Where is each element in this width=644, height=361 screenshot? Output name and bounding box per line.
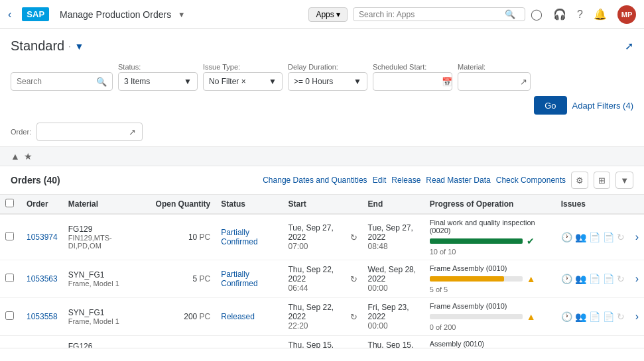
expand-icon-button[interactable]: ▼ <box>615 172 633 189</box>
col-order: Order <box>21 195 63 214</box>
material-input[interactable] <box>464 77 520 86</box>
row-nav-arrow[interactable]: › <box>635 231 639 242</box>
order-id-link[interactable]: 1053558 <box>27 312 58 321</box>
row-nav-arrow[interactable]: › <box>635 311 639 322</box>
issue-type-value: No Filter × <box>209 77 246 86</box>
progress-operation-label: Frame Assembly (0010) <box>430 264 550 272</box>
nav-title-chevron[interactable]: ▼ <box>178 11 185 19</box>
material-filter: Material: ↗ <box>458 63 531 91</box>
issue-clock-icon[interactable]: 🕐 <box>561 232 572 242</box>
table-header-row: Orders (40) Change Dates and Quantities … <box>0 166 644 195</box>
calendar-icon[interactable]: 📅 <box>442 77 452 87</box>
issue-people-icon[interactable]: 👥 <box>575 274 586 284</box>
check-components-button[interactable]: Check Components <box>496 176 566 185</box>
global-search-input[interactable] <box>359 10 505 19</box>
select-all-checkbox[interactable] <box>5 199 14 207</box>
adapt-filters-button[interactable]: Adapt Filters (4) <box>572 101 633 111</box>
apps-button[interactable]: Apps ▾ <box>308 7 348 22</box>
issue-doc1-icon[interactable]: 📄 <box>589 232 600 242</box>
status-cell: Partially Confirmed <box>216 260 283 298</box>
table-title: Orders (40) <box>11 175 60 185</box>
open-qty-cell: 200 PC <box>151 298 216 336</box>
material-sub: Frame, Model 1 <box>68 317 145 325</box>
search-input[interactable] <box>17 77 96 86</box>
order-id-link[interactable]: 1053974 <box>27 232 58 242</box>
share-icon[interactable]: ➚ <box>625 40 633 52</box>
status-cell: Released <box>216 298 283 336</box>
table-actions: Change Dates and Quantities Edit Release… <box>263 172 633 189</box>
progress-operation-label: Frame Assembly (0010) <box>430 302 550 310</box>
page-header: Standard · ▼ ➚ 🔍 Status: 3 Items ▼ Issue… <box>0 29 644 147</box>
collapse-icon[interactable]: ▲ <box>11 151 20 162</box>
issue-doc2-icon[interactable]: 📄 <box>603 311 614 322</box>
issue-type-chevron-icon: ▼ <box>269 77 277 86</box>
edit-button[interactable]: Edit <box>373 176 387 185</box>
table-row: 1053974 FG129 FIN129,MTS-DI,PD,OM 10 PC … <box>0 214 644 260</box>
order-input[interactable] <box>42 127 129 136</box>
user-avatar[interactable]: MP <box>617 5 636 24</box>
material-sub: Frame, Model 1 <box>68 280 145 287</box>
bell-icon[interactable]: 🔔 <box>594 8 607 21</box>
issue-clock-icon[interactable]: 🕐 <box>561 311 572 322</box>
delay-chevron-icon: ▼ <box>354 77 361 86</box>
export-icon-button[interactable]: ⊞ <box>594 172 610 189</box>
orders-table: Order Material Open Quantity Status Star… <box>0 195 644 361</box>
nav-title: Manage Production Orders <box>60 9 171 20</box>
issue-type-select[interactable]: No Filter × ▼ <box>203 72 283 91</box>
issue-doc2-icon[interactable]: 📄 <box>603 274 614 284</box>
page-title-dropdown[interactable]: ▼ <box>75 41 84 52</box>
status-chevron-icon: ▼ <box>184 77 192 86</box>
issue-doc2-icon[interactable]: 📄 <box>603 232 614 242</box>
status-label: Status: <box>118 63 198 71</box>
material-sub: FIN129,MTS-DI,PD,OM <box>68 234 145 250</box>
col-status: Status <box>216 195 283 214</box>
issue-clock-icon[interactable]: 🕐 <box>561 274 572 284</box>
issue-people-icon[interactable]: 👥 <box>575 311 586 322</box>
top-navigation: ‹ SAP Manage Production Orders ▼ Apps ▾ … <box>0 0 644 29</box>
row-checkbox[interactable] <box>5 232 14 240</box>
global-search: 🔍 <box>353 7 525 21</box>
issue-doc1-icon[interactable]: 📄 <box>589 311 600 322</box>
issue-refresh-icon[interactable]: ↻ <box>617 232 625 242</box>
search-field: 🔍 <box>11 72 113 91</box>
read-master-data-button[interactable]: Read Master Data <box>426 176 490 185</box>
sync-icon-cell: ↻ <box>345 298 363 336</box>
help-icon[interactable]: ? <box>577 9 583 21</box>
filter-actions: Go Adapt Filters (4) <box>534 96 633 115</box>
go-button[interactable]: Go <box>534 96 566 115</box>
material-expand-icon[interactable]: ↗ <box>520 77 527 87</box>
table-row: 1053563 SYN_FG1 Frame, Model 1 5 PC Part… <box>0 260 644 298</box>
back-button[interactable]: ‹ <box>8 9 11 21</box>
status-filter: Status: 3 Items ▼ <box>118 63 198 91</box>
delay-select[interactable]: >= 0 Hours ▼ <box>288 72 367 91</box>
progress-warn-icon: ▲ <box>527 274 536 284</box>
progress-cell: Frame Assembly (0010) ▲ 0 of 200 <box>424 298 556 336</box>
status-select[interactable]: 3 Items ▼ <box>118 72 198 91</box>
start-date-cell: Tue, Sep 27, 2022 07:00 <box>283 214 344 260</box>
order-expand-icon[interactable]: ↗ <box>129 127 136 137</box>
material-code: SYN_FG1 <box>68 308 145 317</box>
favorites-icon[interactable]: ★ <box>24 151 32 162</box>
global-search-icon: 🔍 <box>505 9 515 19</box>
home-icon[interactable]: ◯ <box>531 8 543 21</box>
row-checkbox[interactable] <box>5 274 14 282</box>
scheduled-start-input[interactable] <box>379 77 442 86</box>
issue-refresh-icon[interactable]: ↻ <box>617 274 625 284</box>
issue-refresh-icon[interactable]: ↻ <box>617 311 625 322</box>
start-date-cell: Thu, Sep 22, 2022 22:20 <box>283 298 344 336</box>
row-nav-arrow[interactable]: › <box>635 273 639 284</box>
sync-icon-cell: ↻ <box>345 214 363 260</box>
material-label: Material: <box>458 63 531 71</box>
settings-icon-button[interactable]: ⚙ <box>571 172 588 189</box>
table-section: Orders (40) Change Dates and Quantities … <box>0 166 644 361</box>
issues-cell: 🕐 👥 📄 📄 ↻ <box>556 260 630 298</box>
material-code: SYN_FG1 <box>68 270 145 280</box>
change-dates-button[interactable]: Change Dates and Quantities <box>263 176 367 185</box>
release-button[interactable]: Release <box>391 176 420 185</box>
headset-icon[interactable]: 🎧 <box>553 8 566 21</box>
issue-people-icon[interactable]: 👥 <box>575 232 586 242</box>
issue-doc1-icon[interactable]: 📄 <box>589 274 600 284</box>
row-checkbox[interactable] <box>5 311 14 320</box>
col-progress: Progress of Operation <box>424 195 556 214</box>
order-id-link[interactable]: 1053563 <box>27 274 58 284</box>
